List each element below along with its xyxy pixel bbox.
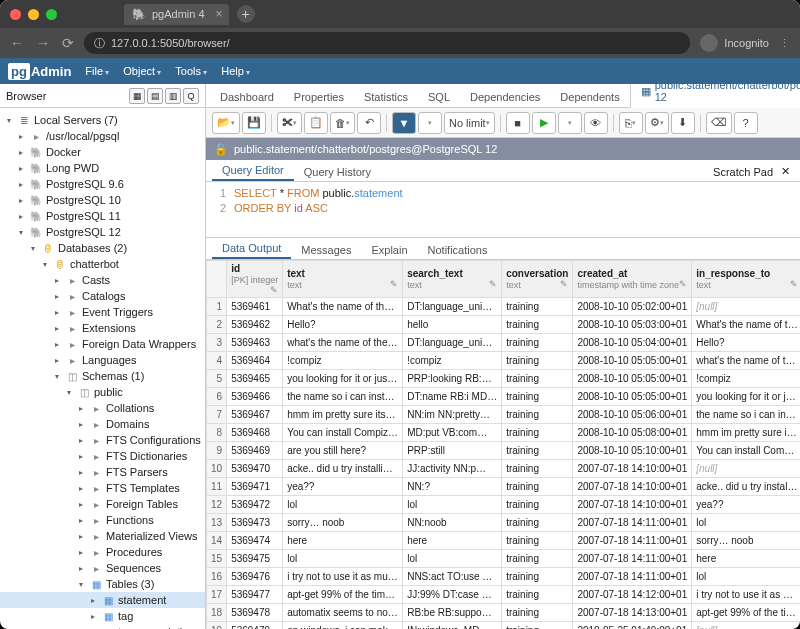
table-row[interactable]: 85369468You can install Compiz by using …	[207, 424, 801, 442]
column-header[interactable]	[207, 261, 227, 298]
close-tab-icon[interactable]: ×	[216, 7, 223, 21]
sidebar-tool-4[interactable]: Q	[183, 88, 199, 104]
table-row[interactable]: 35369463what's the name of the compiz ma…	[207, 334, 801, 352]
tab-properties[interactable]: Properties	[284, 87, 354, 107]
tree-item[interactable]: ▸▸Catalogs	[0, 288, 205, 304]
tab-query-tool[interactable]: ▦ public.statement/chatterbot/postgres@P…	[630, 84, 800, 108]
tree-item[interactable]: ▸▸Procedures	[0, 544, 205, 560]
table-row[interactable]: 125369472lolloltraining2007-07-18 14:10:…	[207, 496, 801, 514]
tab-dashboard[interactable]: Dashboard	[210, 87, 284, 107]
table-row[interactable]: 55369465you looking for it or just want …	[207, 370, 801, 388]
tree-item[interactable]: ▸▸Foreign Data Wrappers	[0, 336, 205, 352]
menu-file[interactable]: File	[85, 65, 109, 77]
column-header[interactable]: id[PK] integer✎	[227, 261, 283, 298]
table-row[interactable]: 165369476i try not to use it as much as …	[207, 568, 801, 586]
browser-menu-icon[interactable]: ⋮	[779, 37, 790, 50]
tree-item[interactable]: ▾🛢Databases (2)	[0, 240, 205, 256]
stop-button[interactable]: ■	[506, 112, 530, 134]
tree-item[interactable]: ▸▸FTS Configurations	[0, 432, 205, 448]
column-header[interactable]: conversationtext✎	[502, 261, 573, 298]
table-row[interactable]: 155369475lolloltraining2007-07-18 14:11:…	[207, 550, 801, 568]
tab-dependencies[interactable]: Dependencies	[460, 87, 550, 107]
explain-button[interactable]: 👁	[584, 112, 608, 134]
sidebar-tool-1[interactable]: ▦	[129, 88, 145, 104]
out-tab-messages[interactable]: Messages	[291, 241, 361, 259]
limit-select[interactable]: No limit	[444, 112, 495, 134]
help-button[interactable]: ?	[734, 112, 758, 134]
sql-editor[interactable]: 12 SELECT * FROM public.statement ORDER …	[206, 182, 800, 238]
tab-query-history[interactable]: Query History	[294, 163, 381, 181]
tree-item[interactable]: ▸▸/usr/local/pgsql	[0, 128, 205, 144]
erase-button[interactable]: ⌫	[706, 112, 732, 134]
tree-item[interactable]: ▸▦tag_association	[0, 624, 205, 629]
table-row[interactable]: 45369464!compiz!compiztraining2008-10-10…	[207, 352, 801, 370]
tree-item[interactable]: ▾🛢chatterbot	[0, 256, 205, 272]
close-scratch-icon[interactable]: ✕	[781, 165, 790, 178]
tree-item[interactable]: ▸▸Event Triggers	[0, 304, 205, 320]
tree-item[interactable]: ▸🐘PostgreSQL 11	[0, 208, 205, 224]
tab-query-editor[interactable]: Query Editor	[212, 161, 294, 181]
table-row[interactable]: 95369469are you still here?PRP:stilltrai…	[207, 442, 801, 460]
tree-item[interactable]: ▸▸Extensions	[0, 320, 205, 336]
tree-item[interactable]: ▸▸FTS Dictionaries	[0, 448, 205, 464]
column-header[interactable]: in_response_totext✎	[692, 261, 800, 298]
copy-button[interactable]: ✀	[277, 112, 302, 134]
commit-button[interactable]: ⎘	[619, 112, 643, 134]
tree-item[interactable]: ▸🐘PostgreSQL 10	[0, 192, 205, 208]
maximize-window-icon[interactable]	[46, 9, 57, 20]
new-tab-button[interactable]: +	[237, 5, 255, 23]
tree-item[interactable]: ▸▸FTS Parsers	[0, 464, 205, 480]
object-tree[interactable]: ▾≣Local Servers (7)▸▸/usr/local/pgsql▸🐘D…	[0, 108, 205, 629]
column-header[interactable]: created_attimestamp with time zone✎	[573, 261, 692, 298]
table-row[interactable]: 135369473sorry… noobNN:noobtraining2007-…	[207, 514, 801, 532]
tab-scratch-pad[interactable]: Scratch Pad	[713, 166, 773, 178]
tree-item[interactable]: ▾≣Local Servers (7)	[0, 112, 205, 128]
filter-options-button[interactable]	[418, 112, 442, 134]
tree-item[interactable]: ▸▸Sequences	[0, 560, 205, 576]
tree-item[interactable]: ▾▦Tables (3)	[0, 576, 205, 592]
back-button[interactable]: ←	[10, 35, 24, 51]
table-row[interactable]: 185369478automatix seems to not support …	[207, 604, 801, 622]
reload-button[interactable]: ⟳	[62, 35, 74, 51]
table-row[interactable]: 65369466the name so i can install itDT:n…	[207, 388, 801, 406]
sidebar-tool-3[interactable]: ▥	[165, 88, 181, 104]
tree-item[interactable]: ▸🐘Docker	[0, 144, 205, 160]
results-grid[interactable]: id[PK] integer✎texttext✎search_texttext✎…	[206, 260, 800, 629]
close-window-icon[interactable]	[10, 9, 21, 20]
table-row[interactable]: 105369470acke.. did u try installing fla…	[207, 460, 801, 478]
tree-item[interactable]: ▸▦statement	[0, 592, 205, 608]
table-row[interactable]: 145369474hereheretraining2007-07-18 14:1…	[207, 532, 801, 550]
tab-sql[interactable]: SQL	[418, 87, 460, 107]
table-row[interactable]: 115369471yea??NN:?training2007-07-18 14:…	[207, 478, 801, 496]
open-file-button[interactable]: 📂	[212, 112, 240, 134]
tree-item[interactable]: ▾◫Schemas (1)	[0, 368, 205, 384]
clear-button[interactable]: 🗑	[330, 112, 355, 134]
filter-button[interactable]: ▼	[392, 112, 416, 134]
column-header[interactable]: search_texttext✎	[403, 261, 502, 298]
table-row[interactable]: 25369462Hello?hellotraining2008-10-10 05…	[207, 316, 801, 334]
tree-item[interactable]: ▸▸Materialized Views	[0, 528, 205, 544]
menu-help[interactable]: Help	[221, 65, 250, 77]
minimize-window-icon[interactable]	[28, 9, 39, 20]
tree-item[interactable]: ▾◫public	[0, 384, 205, 400]
table-row[interactable]: 75369467hmm im pretty sure its under add…	[207, 406, 801, 424]
table-row[interactable]: 15369461What's the name of that package …	[207, 298, 801, 316]
tree-item[interactable]: ▸▸Domains	[0, 416, 205, 432]
tree-item[interactable]: ▸🐘PostgreSQL 9.6	[0, 176, 205, 192]
tree-item[interactable]: ▸▸Languages	[0, 352, 205, 368]
tree-item[interactable]: ▸▸Functions	[0, 512, 205, 528]
macros-button[interactable]: ⚙	[645, 112, 669, 134]
table-row[interactable]: 175369477apt-get 99% of the time works t…	[207, 586, 801, 604]
save-button[interactable]: 💾	[242, 112, 266, 134]
execute-options-button[interactable]	[558, 112, 582, 134]
sidebar-tool-2[interactable]: ▤	[147, 88, 163, 104]
table-row[interactable]: 195369479on windows, i can make my print…	[207, 622, 801, 630]
tab-statistics[interactable]: Statistics	[354, 87, 418, 107]
out-tab-explain[interactable]: Explain	[361, 241, 417, 259]
out-tab-notifications[interactable]: Notifications	[418, 241, 498, 259]
history-button[interactable]: ↶	[357, 112, 381, 134]
out-tab-data-output[interactable]: Data Output	[212, 239, 291, 259]
column-header[interactable]: texttext✎	[283, 261, 403, 298]
paste-button[interactable]: 📋	[304, 112, 328, 134]
menu-object[interactable]: Object	[123, 65, 161, 77]
